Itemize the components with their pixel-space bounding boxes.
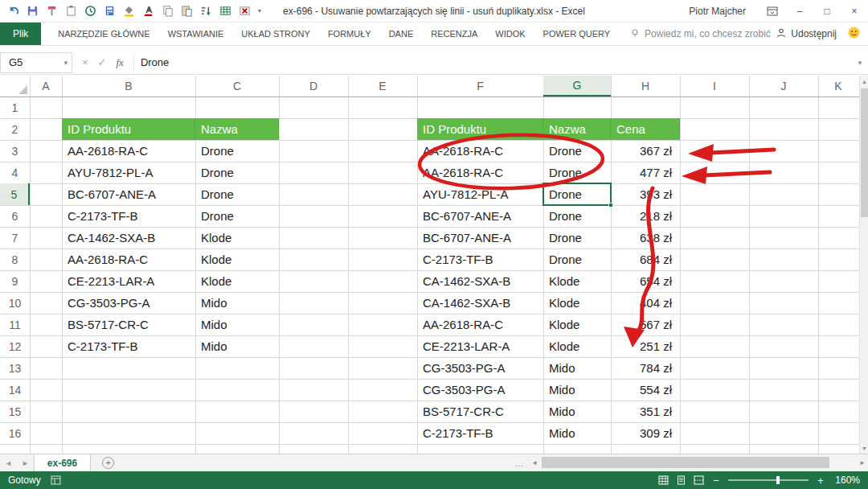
clock-icon[interactable] <box>82 3 99 19</box>
zoom-slider[interactable] <box>728 479 809 481</box>
smiley-icon[interactable] <box>848 27 860 42</box>
cell[interactable]: CG-3503-PG-A <box>62 292 195 314</box>
paste-icon[interactable] <box>178 3 195 19</box>
scroll-right-icon[interactable]: ► <box>857 459 868 466</box>
cell[interactable]: CA-1462-SXA-B <box>62 227 195 249</box>
column-header-e[interactable]: E <box>348 76 417 97</box>
cell[interactable]: C-2173-TF-B <box>417 422 543 444</box>
cell[interactable]: Drone <box>543 249 611 270</box>
add-sheet-button[interactable]: + <box>102 457 114 469</box>
cell[interactable]: CE-2213-LAR-A <box>417 335 543 357</box>
right-table-header-name[interactable]: Nazwa <box>543 118 611 140</box>
close-button[interactable]: × <box>841 0 868 22</box>
scroll-up-icon[interactable]: ▲ <box>860 76 868 87</box>
cell[interactable]: Mido <box>543 379 611 401</box>
cell[interactable]: 351 zł <box>611 401 680 422</box>
row-header-2[interactable]: 2 <box>0 118 30 140</box>
horizontal-scroll-thumb[interactable] <box>542 457 829 468</box>
right-table-header-price[interactable]: Cena <box>611 118 680 140</box>
column-header-i[interactable]: I <box>680 76 749 97</box>
format-painter-icon[interactable] <box>43 3 60 19</box>
page-layout-view-icon[interactable] <box>676 475 686 485</box>
cell[interactable]: C-2173-TF-B <box>62 335 195 357</box>
cell[interactable]: CG-3503-PG-A <box>417 357 543 379</box>
macro-record-icon[interactable] <box>51 475 61 485</box>
cell[interactable]: AA-2618-RA-C <box>62 249 195 270</box>
select-all-button[interactable] <box>0 76 30 97</box>
table-icon[interactable] <box>217 3 234 19</box>
row-header-14[interactable]: 14 <box>0 379 30 401</box>
name-box[interactable]: G5 ▾ <box>0 52 72 73</box>
cell[interactable]: AA-2618-RA-C <box>62 140 195 162</box>
cell[interactable]: Mido <box>543 401 611 422</box>
cell[interactable]: CE-2213-LAR-A <box>62 270 195 292</box>
cell[interactable]: Klode <box>543 335 611 357</box>
cell[interactable]: BC-6707-ANE-A <box>417 227 543 249</box>
insert-function-button[interactable]: fx <box>117 56 124 69</box>
cell[interactable]: 784 zł <box>611 357 680 379</box>
sort-icon[interactable] <box>198 3 215 19</box>
zoom-out-button[interactable]: − <box>711 475 721 487</box>
share-button[interactable]: Udostępnij <box>776 28 837 40</box>
cell[interactable]: 554 zł <box>611 379 680 401</box>
row-header-8[interactable]: 8 <box>0 249 30 270</box>
cell[interactable]: Drone <box>543 227 611 249</box>
vertical-scrollbar[interactable]: ▲ ▼ <box>859 76 868 454</box>
vertical-scroll-thumb[interactable] <box>861 88 868 217</box>
cell[interactable]: 654 zł <box>611 270 680 292</box>
cancel-icon[interactable]: × <box>82 56 88 68</box>
row-header-7[interactable]: 7 <box>0 227 30 249</box>
cell[interactable]: BC-6707-ANE-A <box>417 205 543 227</box>
tell-me-box[interactable]: Powiedz mi, co chcesz zrobić <box>630 28 771 40</box>
fill-handle[interactable] <box>608 203 613 208</box>
cell[interactable]: Klode <box>543 314 611 335</box>
cell[interactable]: Klode <box>543 292 611 314</box>
sheet-nav-right-icon[interactable]: ► <box>17 459 34 467</box>
cell[interactable]: AYU-7812-PL-A <box>417 183 543 205</box>
scroll-down-icon[interactable]: ▼ <box>860 442 868 454</box>
tab-review[interactable]: RECENZJA <box>422 29 486 39</box>
enter-icon[interactable]: ✓ <box>98 56 107 68</box>
cell[interactable]: Drone <box>195 205 279 227</box>
cell[interactable]: CA-1462-SXA-B <box>417 270 543 292</box>
row-header-10[interactable]: 10 <box>0 292 30 314</box>
column-header-h[interactable]: H <box>611 76 680 97</box>
cell[interactable]: Mido <box>195 335 279 357</box>
cell[interactable]: 393 zł <box>611 183 680 205</box>
row-header-5[interactable]: 5 <box>0 183 30 205</box>
cell[interactable]: 404 zł <box>611 292 680 314</box>
tab-formulas[interactable]: FORMUŁY <box>319 29 380 39</box>
zoom-in-button[interactable]: + <box>816 475 825 487</box>
cell[interactable]: BC-6707-ANE-A <box>62 183 195 205</box>
cell[interactable]: AA-2618-RA-C <box>417 162 543 183</box>
page-break-view-icon[interactable] <box>694 475 704 485</box>
cell[interactable]: Drone <box>195 183 279 205</box>
cell[interactable]: 309 zł <box>611 422 680 444</box>
tab-insert[interactable]: WSTAWIANIE <box>159 29 233 39</box>
cell[interactable]: BS-5717-CR-C <box>62 314 195 335</box>
cell[interactable]: Drone <box>195 140 279 162</box>
tab-page-layout[interactable]: UKŁAD STRONY <box>232 29 319 39</box>
cell[interactable]: Drone <box>543 205 611 227</box>
font-color-icon[interactable] <box>140 3 157 19</box>
zoom-slider-thumb[interactable] <box>776 476 780 484</box>
row-header-6[interactable]: 6 <box>0 205 30 227</box>
cell[interactable]: Mido <box>543 357 611 379</box>
calculator-icon[interactable] <box>101 3 118 19</box>
clipboard-icon[interactable] <box>63 3 80 19</box>
cell[interactable]: CA-1462-SXA-B <box>417 292 543 314</box>
cell[interactable]: Mido <box>543 422 611 444</box>
tab-data[interactable]: DANE <box>380 29 423 39</box>
minimize-button[interactable]: – <box>786 0 813 22</box>
copy-icon[interactable] <box>159 3 176 19</box>
zoom-level[interactable]: 160% <box>833 475 860 486</box>
left-table-header-id[interactable]: ID Produktu <box>62 118 195 140</box>
left-table-header-name[interactable]: Nazwa <box>195 118 279 140</box>
column-header-g[interactable]: G <box>543 76 611 97</box>
cell[interactable]: CG-3503-PG-A <box>417 379 543 401</box>
column-header-k[interactable]: K <box>818 76 858 97</box>
row-header-12[interactable]: 12 <box>0 335 30 357</box>
formula-input[interactable]: Drone <box>134 56 852 68</box>
cell[interactable]: 367 zł <box>611 140 680 162</box>
cell[interactable]: BS-5717-CR-C <box>417 401 543 422</box>
